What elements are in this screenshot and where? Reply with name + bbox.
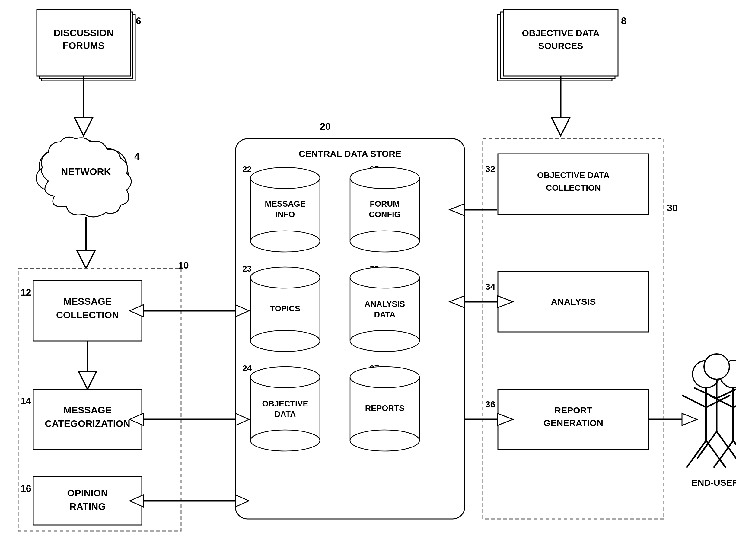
svg-text:DISCUSSION: DISCUSSION <box>53 27 113 38</box>
svg-text:OBJECTIVE DATA: OBJECTIVE DATA <box>537 170 610 180</box>
svg-text:SOURCES: SOURCES <box>538 41 583 51</box>
svg-marker-6 <box>75 118 93 136</box>
svg-text:OBJECTIVE: OBJECTIVE <box>262 399 308 408</box>
svg-point-51 <box>250 267 320 288</box>
svg-text:10: 10 <box>178 260 189 271</box>
svg-text:MESSAGE: MESSAGE <box>63 296 112 307</box>
svg-point-46 <box>350 231 419 252</box>
svg-text:MESSAGE: MESSAGE <box>265 199 305 208</box>
num-6: 6 <box>136 15 141 26</box>
svg-point-52 <box>250 330 320 352</box>
svg-line-112 <box>682 395 706 407</box>
svg-text:30: 30 <box>667 202 678 213</box>
svg-text:34: 34 <box>485 282 495 291</box>
svg-text:INFO: INFO <box>276 210 295 219</box>
svg-text:24: 24 <box>242 364 252 373</box>
svg-point-45 <box>350 167 419 189</box>
svg-point-40 <box>250 231 320 252</box>
svg-text:22: 22 <box>242 164 252 174</box>
svg-text:DATA: DATA <box>275 410 296 419</box>
svg-text:FORUM: FORUM <box>370 199 400 208</box>
svg-text:GENERATION: GENERATION <box>543 418 603 428</box>
svg-text:FORUMS: FORUMS <box>63 40 105 51</box>
svg-text:14: 14 <box>21 396 31 406</box>
svg-rect-30 <box>33 477 142 525</box>
svg-text:ANALYSIS: ANALYSIS <box>365 300 405 309</box>
svg-text:36: 36 <box>485 399 495 409</box>
svg-text:END-USERS: END-USERS <box>692 478 736 488</box>
svg-point-63 <box>250 430 320 451</box>
svg-point-56 <box>350 267 419 288</box>
svg-text:12: 12 <box>21 287 31 298</box>
svg-marker-25 <box>78 371 97 389</box>
svg-text:OPINION: OPINION <box>67 488 108 498</box>
svg-text:COLLECTION: COLLECTION <box>56 310 119 320</box>
svg-point-69 <box>350 430 419 451</box>
svg-point-122 <box>704 354 729 379</box>
svg-text:REPORTS: REPORTS <box>365 404 405 413</box>
svg-text:20: 20 <box>320 121 331 132</box>
svg-text:CONFIG: CONFIG <box>369 210 401 219</box>
svg-text:COLLECTION: COLLECTION <box>546 183 601 193</box>
svg-text:MESSAGE: MESSAGE <box>63 405 112 415</box>
svg-text:4: 4 <box>134 151 140 162</box>
svg-text:RATING: RATING <box>69 501 106 512</box>
svg-point-68 <box>350 367 419 388</box>
svg-marker-17 <box>77 250 95 269</box>
svg-text:OBJECTIVE DATA: OBJECTIVE DATA <box>522 28 599 38</box>
svg-text:16: 16 <box>21 483 31 494</box>
svg-text:23: 23 <box>242 264 252 273</box>
svg-line-114 <box>687 441 706 468</box>
svg-text:CATEGORIZATION: CATEGORIZATION <box>45 418 130 429</box>
svg-point-39 <box>250 167 320 189</box>
svg-text:DATA: DATA <box>374 310 396 319</box>
svg-text:ANALYSIS: ANALYSIS <box>551 297 596 307</box>
svg-marker-87 <box>552 118 570 136</box>
svg-text:CENTRAL DATA STORE: CENTRAL DATA STORE <box>299 149 401 159</box>
svg-point-57 <box>350 330 419 352</box>
svg-marker-109 <box>682 413 697 425</box>
svg-text:NETWORK: NETWORK <box>61 166 111 177</box>
svg-point-62 <box>250 367 320 388</box>
svg-text:REPORT: REPORT <box>554 405 592 415</box>
svg-text:8: 8 <box>621 15 626 26</box>
svg-text:32: 32 <box>485 164 495 174</box>
svg-text:TOPICS: TOPICS <box>270 304 300 313</box>
diagram: DISCUSSION FORUMS 6 NETWORK 4 10 <box>0 0 736 560</box>
